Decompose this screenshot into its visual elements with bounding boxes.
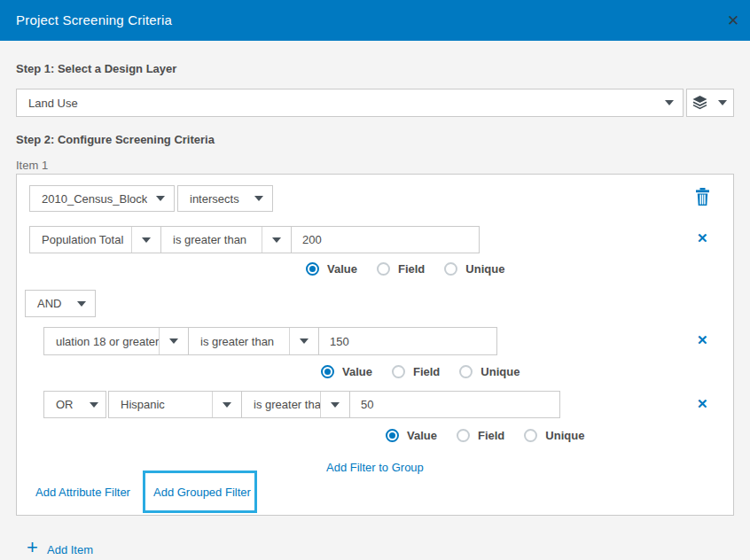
filter1-field-value: Population Total xyxy=(30,233,131,246)
chevron-down-icon xyxy=(68,291,95,316)
chevron-down-icon xyxy=(147,186,174,211)
chevron-down-icon xyxy=(131,227,160,253)
filter3-combiner-value: OR xyxy=(44,398,82,411)
plus-icon[interactable]: + xyxy=(27,537,38,558)
filter1-operator-value: is greater than xyxy=(161,233,262,246)
design-layer-select[interactable]: Land Use xyxy=(16,89,684,117)
radio-selected-icon xyxy=(386,429,399,442)
radio-selected-icon xyxy=(306,262,319,276)
chevron-down-icon xyxy=(289,328,318,354)
filter2-radio-unique[interactable]: Unique xyxy=(459,365,520,378)
spatial-operator-value: intersects xyxy=(178,192,246,206)
remove-filter3-button[interactable]: ✕ xyxy=(697,397,708,410)
trash-icon xyxy=(695,193,710,208)
radio-unselected-icon xyxy=(457,429,470,442)
filter3-operator-value: is greater than xyxy=(242,398,320,411)
filter2-field-select[interactable]: ulation 18 or greater xyxy=(43,327,189,355)
filter2-field-value: ulation 18 or greater xyxy=(44,335,159,348)
chevron-down-icon xyxy=(320,392,349,417)
step2-label: Step 2: Configure Screening Criteria xyxy=(16,133,215,146)
add-grouped-filter-highlight xyxy=(143,471,257,513)
layers-icon xyxy=(687,96,712,110)
filter2-value-input[interactable] xyxy=(318,327,497,355)
filter3-field-value: Hispanic xyxy=(109,398,212,411)
filter3-value-input[interactable] xyxy=(349,391,560,418)
filter2-operator-select[interactable]: is greater than xyxy=(188,327,319,355)
filter1-field-select[interactable]: Population Total xyxy=(29,226,161,253)
radio-unselected-icon xyxy=(459,365,473,378)
filter2-operator-value: is greater than xyxy=(189,335,289,348)
chevron-down-icon xyxy=(246,186,272,211)
radio-unselected-icon xyxy=(444,262,457,276)
filter2-radio-field[interactable]: Field xyxy=(392,365,440,378)
chevron-down-icon xyxy=(656,89,683,116)
chevron-down-icon xyxy=(262,227,291,253)
filter3-field-select[interactable]: Hispanic xyxy=(108,391,242,418)
chevron-down-icon xyxy=(212,392,241,417)
group-combiner-select[interactable]: AND xyxy=(25,290,96,317)
filter3-radio-field[interactable]: Field xyxy=(457,429,504,442)
filter3-radio-value[interactable]: Value xyxy=(386,429,437,442)
layer-options-button[interactable] xyxy=(686,89,734,117)
add-attribute-filter-link[interactable]: Add Attribute Filter xyxy=(35,486,130,499)
screening-layer-select[interactable]: 2010_Census_Blocks xyxy=(29,185,175,212)
spatial-operator-select[interactable]: intersects xyxy=(177,185,273,212)
dialog-header: Project Screening Criteria ✕ xyxy=(0,0,750,41)
add-item-link[interactable]: Add Item xyxy=(47,543,93,556)
group-combiner-value: AND xyxy=(26,297,68,310)
screening-layer-value: 2010_Census_Blocks xyxy=(30,192,147,206)
add-filter-to-group-link[interactable]: Add Filter to Group xyxy=(326,461,424,474)
remove-filter2-button[interactable]: ✕ xyxy=(697,333,708,346)
step1-label: Step 1: Select a Design Layer xyxy=(16,62,176,75)
filter1-mode-radios: Value Field Unique xyxy=(306,262,504,276)
filter1-operator-select[interactable]: is greater than xyxy=(160,226,292,253)
item1-label: Item 1 xyxy=(16,159,48,172)
filter3-radio-unique[interactable]: Unique xyxy=(524,429,584,442)
filter3-combiner-select[interactable]: OR xyxy=(43,391,106,418)
close-icon[interactable]: ✕ xyxy=(720,0,746,41)
chevron-down-icon xyxy=(82,392,105,417)
filter1-radio-field[interactable]: Field xyxy=(377,262,425,276)
chevron-down-icon xyxy=(159,328,188,354)
filter3-operator-select[interactable]: is greater than xyxy=(241,391,350,418)
filter1-radio-unique[interactable]: Unique xyxy=(444,262,504,276)
radio-unselected-icon xyxy=(377,262,390,276)
radio-unselected-icon xyxy=(392,365,405,378)
filter3-mode-radios: Value Field Unique xyxy=(386,429,584,442)
remove-filter1-button[interactable]: ✕ xyxy=(697,231,708,245)
delete-item-button[interactable] xyxy=(695,188,710,209)
chevron-down-icon xyxy=(712,89,733,116)
filter2-radio-value[interactable]: Value xyxy=(321,365,372,378)
filter1-radio-value[interactable]: Value xyxy=(306,262,357,276)
project-screening-criteria-dialog: Project Screening Criteria ✕ Step 1: Sel… xyxy=(0,0,750,560)
dialog-title: Project Screening Criteria xyxy=(16,0,172,41)
radio-selected-icon xyxy=(321,365,334,378)
filter1-value-input[interactable] xyxy=(291,226,480,253)
design-layer-value: Land Use xyxy=(17,97,656,110)
radio-unselected-icon xyxy=(524,429,537,442)
filter2-mode-radios: Value Field Unique xyxy=(321,365,520,378)
